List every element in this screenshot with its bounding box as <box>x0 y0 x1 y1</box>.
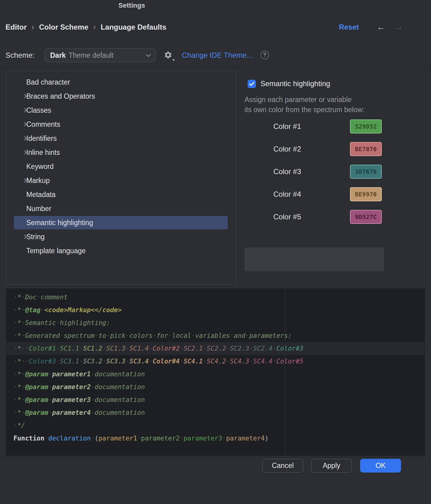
whitespace-dot: · <box>48 409 52 416</box>
whitespace-dot: · <box>126 345 130 352</box>
color-swatch[interactable]: 3D7676 <box>350 165 382 179</box>
color-label: Color #2 <box>245 142 301 156</box>
tree-item-braces-and-operators[interactable]: Braces and Operators <box>6 89 236 103</box>
tree-item-label: Classes <box>26 106 51 115</box>
whitespace-dot: · <box>226 345 230 352</box>
whitespace-dot: · <box>21 358 25 365</box>
code-line: ·*·@param·parameter3·documentation <box>6 393 425 406</box>
code-token: documentation <box>95 396 145 404</box>
code-token: spectrum <box>64 332 94 339</box>
ok-button[interactable]: OK <box>360 459 401 473</box>
whitespace-dot: · <box>79 345 83 352</box>
color-swatch[interactable]: BE7070 <box>350 142 382 156</box>
scheme-gear-button[interactable] <box>164 51 174 60</box>
tree-item-comments[interactable]: Comments <box>6 117 236 131</box>
whitespace-dot: · <box>106 332 110 339</box>
whitespace-dot: · <box>168 332 172 339</box>
code-token: parameter4 <box>226 435 264 442</box>
tree-item-classes[interactable]: Classes <box>6 103 236 117</box>
code-token: parameter2 <box>141 435 179 442</box>
whitespace-dot: · <box>60 332 64 339</box>
code-token: * <box>17 306 21 314</box>
whitespace-dot: · <box>13 371 17 378</box>
whitespace-dot: · <box>25 358 29 365</box>
code-token: documentation <box>95 383 145 391</box>
color-label: Color #5 <box>245 210 301 224</box>
breadcrumb-color-scheme[interactable]: Color Scheme <box>39 23 88 31</box>
scheme-dropdown[interactable]: Dark Theme default <box>44 48 156 62</box>
tree-item-semantic-highlighting[interactable]: Semantic highlighting <box>6 216 236 230</box>
tree-item-bad-character[interactable]: Bad character <box>6 75 236 89</box>
color-label: Color #1 <box>245 119 301 133</box>
code-line: ·*··Color#3·SC3.1·SC3.2·SC3.3·SC3.4·Colo… <box>6 355 425 368</box>
help-icon[interactable]: ? <box>260 51 269 59</box>
chevron-right-icon[interactable] <box>22 136 27 141</box>
code-token: SC4.1 <box>183 358 203 365</box>
tree-item-keyword[interactable]: Keyword <box>6 159 236 173</box>
tree-item-number[interactable]: Number <box>6 202 236 216</box>
code-token: declaration <box>48 435 91 442</box>
whitespace-dot: · <box>13 306 17 314</box>
code-token: Color#2 <box>153 345 180 352</box>
tree-item-metadata[interactable]: Metadata <box>6 188 236 202</box>
code-token: SC2.3 <box>230 345 249 352</box>
code-token: SC3.3 <box>106 358 126 365</box>
reset-button[interactable]: Reset <box>339 23 359 31</box>
code-token: ( <box>95 435 99 442</box>
language-defaults-tree: Bad characterBraces and OperatorsClasses… <box>6 71 236 285</box>
color-swatch[interactable]: 529D52 <box>350 119 382 133</box>
tree-item-inline-hints[interactable]: Inline hints <box>6 145 236 159</box>
tree-item-label: Keyword <box>26 163 53 171</box>
code-token: SC4.4 <box>253 358 272 365</box>
whitespace-dot: · <box>13 332 17 339</box>
whitespace-dot: · <box>41 306 45 314</box>
code-token: * <box>17 396 21 404</box>
whitespace-dot: · <box>79 358 83 365</box>
tree-item-template-language[interactable]: Template language <box>6 244 236 258</box>
cancel-button[interactable]: Cancel <box>262 459 303 473</box>
whitespace-dot: · <box>249 358 253 365</box>
color-swatch[interactable]: 9D527C <box>350 210 382 224</box>
code-token: SC4.2 <box>207 358 226 365</box>
whitespace-dot: · <box>13 294 17 301</box>
tree-item-label: String <box>26 233 45 241</box>
code-token: Color#3 <box>276 345 304 352</box>
breadcrumb: Editor › Color Scheme › Language Default… <box>6 23 425 31</box>
code-token: SC2.2 <box>207 345 226 352</box>
whitespace-dot: · <box>21 409 25 416</box>
tree-item-label: Markup <box>26 177 50 185</box>
code-line: ·*··Color#1·SC1.1·SC1.2·SC1.3·SC1.4·Colo… <box>6 342 425 355</box>
chevron-right-icon[interactable] <box>22 150 27 155</box>
code-token: local <box>172 332 191 339</box>
apply-button[interactable]: Apply <box>311 459 352 473</box>
whitespace-dot: · <box>126 358 130 365</box>
chevron-right-icon[interactable] <box>22 108 27 112</box>
tree-item-label: Template language <box>26 247 86 255</box>
whitespace-dot: · <box>91 371 95 378</box>
change-ide-theme-link[interactable]: Change IDE Theme... <box>182 51 253 60</box>
chevron-right-icon[interactable] <box>22 94 27 98</box>
back-arrow-icon[interactable]: ← <box>377 23 385 31</box>
whitespace-dot: · <box>48 396 52 404</box>
tree-item-identifiers[interactable]: Identifiers <box>6 131 236 145</box>
code-token: documentation <box>95 409 145 416</box>
whitespace-dot: · <box>191 332 195 339</box>
breadcrumb-editor[interactable]: Editor <box>6 23 27 31</box>
code-token: SC1.4 <box>129 345 149 352</box>
color-swatch[interactable]: BE9970 <box>350 187 382 201</box>
scheme-value-secondary: Theme default <box>68 51 113 60</box>
chevron-right-icon[interactable] <box>22 122 27 126</box>
spectrum-preview-strip <box>245 247 384 271</box>
chevron-right-icon[interactable] <box>22 235 27 239</box>
tree-item-markup[interactable]: Markup <box>6 173 236 188</box>
whitespace-dot: · <box>21 306 25 314</box>
code-token: comment <box>41 294 68 301</box>
chevron-right-icon[interactable] <box>22 178 27 183</box>
code-token: Semantic <box>25 319 56 327</box>
code-token: @param <box>25 383 48 391</box>
tree-item-string[interactable]: String <box>6 230 236 244</box>
code-token: SC3.4 <box>129 358 149 365</box>
code-token: SC1.1 <box>60 345 79 352</box>
whitespace-dot: · <box>91 396 95 404</box>
forward-arrow-icon[interactable]: → <box>394 23 403 31</box>
